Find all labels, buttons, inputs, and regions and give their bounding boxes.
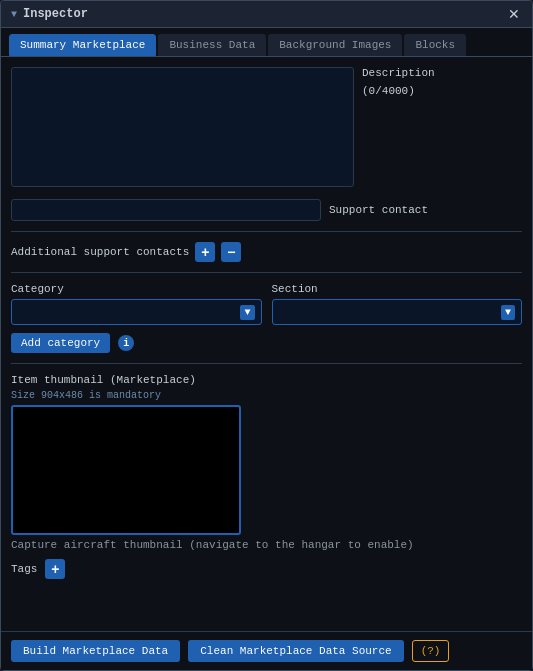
additional-contacts-label: Additional support contacts xyxy=(11,246,189,258)
title-bar: ▼ Inspector ✕ xyxy=(1,1,532,28)
thumbnail-box[interactable] xyxy=(11,405,241,535)
capture-text: Capture aircraft thumbnail (navigate to … xyxy=(11,539,522,551)
window-title: Inspector xyxy=(23,7,88,21)
tabs-bar: Summary Marketplace Business Data Backgr… xyxy=(1,28,532,57)
divider-3 xyxy=(11,363,522,364)
description-label-col: Description (0/4000) xyxy=(362,67,522,187)
title-bar-left: ▼ Inspector xyxy=(11,7,88,21)
tab-background-images[interactable]: Background Images xyxy=(268,34,402,56)
description-label: Description xyxy=(362,67,522,79)
category-dropdown-arrow: ▼ xyxy=(240,305,254,320)
tags-label: Tags xyxy=(11,563,37,575)
add-tag-button[interactable]: + xyxy=(45,559,65,579)
tab-blocks[interactable]: Blocks xyxy=(404,34,466,56)
info-icon[interactable]: i xyxy=(118,335,134,351)
section-dropdown[interactable]: ▼ xyxy=(272,299,523,325)
support-contact-row: Support contact xyxy=(11,199,522,221)
section-col: Section ▼ xyxy=(272,283,523,325)
help-button[interactable]: (?) xyxy=(412,640,450,662)
add-category-button[interactable]: Add category xyxy=(11,333,110,353)
category-section-row: Category ▼ Section ▼ xyxy=(11,283,522,325)
divider-1 xyxy=(11,231,522,232)
category-col: Category ▼ xyxy=(11,283,262,325)
description-textarea[interactable] xyxy=(11,67,354,187)
category-dropdown[interactable]: ▼ xyxy=(11,299,262,325)
main-content: Description (0/4000) Support contact Add… xyxy=(1,57,532,631)
tab-summary-marketplace[interactable]: Summary Marketplace xyxy=(9,34,156,56)
description-counter: (0/4000) xyxy=(362,85,522,97)
build-marketplace-data-button[interactable]: Build Marketplace Data xyxy=(11,640,180,662)
section-label: Section xyxy=(272,283,523,295)
collapse-icon: ▼ xyxy=(11,9,17,20)
description-row: Description (0/4000) xyxy=(11,67,522,187)
thumbnail-size-hint: Size 904x486 is mandatory xyxy=(11,390,522,401)
divider-2 xyxy=(11,272,522,273)
support-contact-label: Support contact xyxy=(329,204,428,216)
additional-contacts-row: Additional support contacts + − xyxy=(11,242,522,262)
clean-marketplace-data-button[interactable]: Clean Marketplace Data Source xyxy=(188,640,403,662)
category-label: Category xyxy=(11,283,262,295)
bottom-bar: Build Marketplace Data Clean Marketplace… xyxy=(1,631,532,670)
section-dropdown-arrow: ▼ xyxy=(501,305,515,320)
inspector-window: ▼ Inspector ✕ Summary Marketplace Busine… xyxy=(0,0,533,671)
add-contact-button[interactable]: + xyxy=(195,242,215,262)
tab-business-data[interactable]: Business Data xyxy=(158,34,266,56)
add-category-row: Add category i xyxy=(11,333,522,353)
remove-contact-button[interactable]: − xyxy=(221,242,241,262)
thumbnail-section: Item thumbnail (Marketplace) Size 904x48… xyxy=(11,374,522,551)
support-contact-input[interactable] xyxy=(11,199,321,221)
tags-row: Tags + xyxy=(11,559,522,579)
thumbnail-title: Item thumbnail (Marketplace) xyxy=(11,374,522,386)
close-button[interactable]: ✕ xyxy=(506,7,522,21)
